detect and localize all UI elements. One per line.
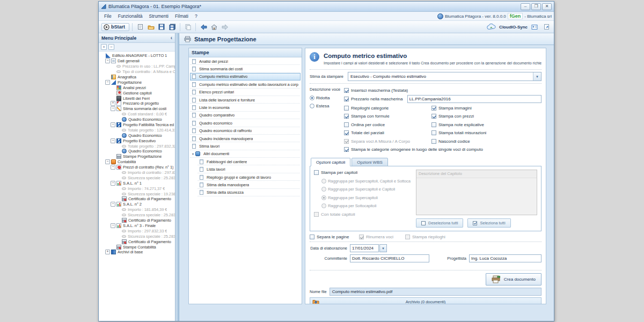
- collapse-toggle-icon[interactable]: −: [111, 223, 115, 228]
- menu-filmati[interactable]: Filmati: [172, 13, 192, 19]
- save-button[interactable]: [157, 22, 166, 32]
- menu-help[interactable]: ?: [192, 13, 201, 19]
- tree-item[interactable]: −Progettazione: [99, 79, 175, 85]
- archivio-bar[interactable]: Archivio (0 documenti): [310, 297, 541, 304]
- radio-raggruppa-per-sottocapitoli[interactable]: Raggruppa per Sottocapitoli: [321, 203, 411, 208]
- refresh-button[interactable]: [183, 22, 193, 32]
- checkbox-stampa-riepiloghi[interactable]: Stampa riepiloghi: [405, 235, 445, 239]
- radio-raggruppa-per-supercapitoli[interactable]: Raggruppa per Supercapitoli: [321, 195, 411, 200]
- tree-item[interactable]: Certificato di Pagamento: [99, 218, 175, 223]
- minimize-button[interactable]: –: [521, 3, 530, 10]
- collapse-toggle-icon[interactable]: −: [111, 181, 115, 186]
- tree-item[interactable]: Sicurezza speciale : 25.283,41 €: [99, 175, 175, 180]
- prezzario-mascherina-input[interactable]: [407, 95, 542, 103]
- checkbox-stampa-con-formule[interactable]: Stampa con formule: [344, 114, 390, 119]
- menu-funzionalit[interactable]: Funzionalità: [115, 13, 146, 19]
- seleziona-tutti-button[interactable]: Seleziona tutti: [467, 218, 510, 228]
- crea-documento-link[interactable]: Crea documento: [421, 61, 449, 65]
- nome-file-field[interactable]: Computo metrico estimativo.pdf: [330, 288, 541, 296]
- stampe-item-computo-metrico-estimativo-delle[interactable]: Computo metrico estimativo delle sotto-l…: [190, 80, 301, 88]
- tree-item[interactable]: Sicurezza speciale : 25.283,41 €: [99, 233, 175, 239]
- stampe-item-quadro-comparativo[interactable]: Quadro comparativo: [190, 112, 301, 119]
- tree-item[interactable]: −Progetto Esecutivo: [99, 138, 175, 143]
- collapse-toggle-icon[interactable]: −: [111, 138, 115, 143]
- stampe-item-quadro-economico-di-raffronto[interactable]: Quadro economico di raffronto: [190, 127, 301, 135]
- stima-select[interactable]: Esecutivo - Computo metrico estimativo ▼: [348, 72, 541, 81]
- tree-item[interactable]: Quadro Economico: [99, 133, 175, 138]
- collapse-toggle-icon[interactable]: −: [105, 58, 110, 63]
- tree-item[interactable]: Anagrafica: [99, 75, 175, 80]
- collapse-sidebar-button[interactable]: ‹: [171, 35, 172, 41]
- bstart-button[interactable]: bStart: [101, 23, 129, 31]
- checkbox-riepiloghi-categorie[interactable]: Riepiloghi categorie: [344, 106, 389, 111]
- deseleziona-tutti-button[interactable]: Deseleziona tutti: [416, 218, 463, 228]
- checkbox-separa-le-pagine[interactable]: Separa le pagine: [310, 235, 359, 239]
- tree-item[interactable]: Prezzario in uso : LL.PP. Campania 202: [99, 64, 175, 69]
- tree-item[interactable]: Importo : 181.854,39 €: [99, 207, 175, 213]
- close-button[interactable]: ✕: [542, 3, 552, 10]
- checkbox-stampa-immagini[interactable]: Stampa immagini: [431, 106, 472, 111]
- tree-item[interactable]: +Prezzario di progetto: [99, 101, 175, 106]
- forward-button[interactable]: [220, 22, 230, 32]
- checkbox-ordina-per-codice[interactable]: Ordina per codice: [344, 122, 385, 127]
- tab-opzioni-capitoli[interactable]: Opzioni capitoli: [311, 158, 350, 166]
- tree-item[interactable]: Totale progetto : 120.414,31 €: [99, 127, 175, 133]
- data-elaborazione-field[interactable]: 17/01/2024: [350, 244, 379, 252]
- checkbox-totale-dei-parziali[interactable]: Totale dei parziali: [344, 130, 384, 135]
- tree-item[interactable]: Stampe Progettazione: [99, 154, 175, 159]
- stampe-item-computo-metrico-estimativo[interactable]: Computo metrico estimativo: [190, 73, 301, 80]
- tree-item[interactable]: Importo : 297.832,33 €: [99, 228, 175, 233]
- chevron-down-icon[interactable]: ▼: [533, 72, 541, 80]
- tree-item[interactable]: −Prezzi di contratto (Rev. n° 1): [99, 165, 175, 170]
- tree-item[interactable]: Edificio ANAGRAFE - LOTTO 1: [99, 53, 175, 58]
- new-document-button[interactable]: [135, 22, 145, 32]
- cloud-sync-label[interactable]: CloudIO-Sync: [499, 25, 528, 30]
- tree-item[interactable]: Certificato di Pagamento: [99, 239, 175, 244]
- tree-item[interactable]: −Progetto Fattibilità Tecnica ed economi…: [99, 122, 175, 128]
- tree-item[interactable]: −Contabilità: [99, 159, 175, 165]
- tree-item[interactable]: −Stima sommaria dei costi: [99, 106, 175, 112]
- stampe-item-lista-delle-lavorazioni-e-fornit[interactable]: Lista delle lavorazioni e forniture: [190, 96, 301, 104]
- stampe-item-fabbisogni-del-cantiere[interactable]: Fabbisogni del cantiere: [197, 158, 301, 165]
- tree-item[interactable]: Sicurezza speciale : 19.238,41 €: [99, 191, 175, 196]
- stampe-item-riepilogo-gruppi-e-categorie-di-[interactable]: Riepilogo gruppi e categorie di lavoro: [197, 173, 301, 181]
- collapse-toggle-icon[interactable]: −: [111, 202, 115, 207]
- menu-file[interactable]: File: [101, 13, 115, 19]
- collapse-toggle-icon[interactable]: −: [111, 106, 115, 111]
- radio-estesa[interactable]: Estesa: [310, 104, 344, 108]
- radio-raggruppa-per-supercapitoli-capi[interactable]: Raggruppa per Supercapitoli, Capitoli e …: [321, 179, 411, 184]
- expand-toggle-icon[interactable]: +: [105, 250, 110, 254]
- tree-item[interactable]: −S.A.L. n° 3 - Finale: [99, 223, 175, 229]
- stampe-item-stima-della-manodopera[interactable]: Stima della manodopera: [197, 181, 301, 188]
- maximize-button[interactable]: ❐: [531, 3, 541, 10]
- stampe-item-stima-lavori[interactable]: Stima lavori: [190, 142, 301, 150]
- expand-all-button[interactable]: +: [101, 44, 107, 50]
- tree-item[interactable]: Quadro Economico: [99, 117, 175, 122]
- checkbox-stampa-con-prezzi[interactable]: Stampa con prezzi: [431, 114, 474, 119]
- tree-item[interactable]: −S.A.L. n° 2: [99, 202, 175, 207]
- checkbox-stampa-totali-misurazioni[interactable]: Stampa totali misurazioni: [431, 130, 486, 135]
- menu-strumenti[interactable]: Strumenti: [146, 13, 172, 19]
- checkbox-separa-voci-a-misura-a-corpo[interactable]: Separa voci A Misura / A Corpo: [344, 139, 410, 144]
- tree-item[interactable]: Analisi prezzi: [99, 85, 175, 90]
- open-button[interactable]: [146, 22, 156, 32]
- tree-item[interactable]: Importo di contratto : 297.832,33 €: [99, 170, 175, 175]
- save-all-button[interactable]: [167, 22, 177, 32]
- titlebar[interactable]: Blumatica Pitagora - 01. Esempio Pitagor…: [99, 2, 554, 12]
- checkbox-stampa-note-esplicative[interactable]: Stampa note esplicative: [431, 122, 484, 127]
- tree-item[interactable]: Gestione capitoli: [99, 90, 175, 96]
- checkbox-stampa-le-categorie-omogenee-in-[interactable]: Stampa le categorie omogenee in luogo de…: [344, 147, 483, 152]
- tree-item[interactable]: +Archivi di base: [99, 250, 175, 255]
- stampe-item-quadro-incidenza-manodopera[interactable]: Quadro incidenza manodopera: [190, 135, 301, 142]
- stampe-item-lista-lavori[interactable]: Lista lavori: [197, 165, 301, 173]
- checkbox-stampa-per-capitoli[interactable]: Stampa per capitoli: [314, 170, 357, 175]
- checkbox-prezzario-nella-mascherina[interactable]: Prezzario nella mascherina: [344, 97, 403, 101]
- stampe-item-stima-della-sicurezza[interactable]: Stima della sicurezza: [197, 189, 301, 196]
- progettista-input[interactable]: [469, 254, 541, 262]
- collapse-all-button[interactable]: −: [108, 44, 114, 50]
- collapse-toggle-icon[interactable]: −: [111, 165, 115, 170]
- stampe-item-analisi-dei-prezzi[interactable]: Analisi dei prezzi: [190, 57, 301, 65]
- stampe-item-elenco-prezzi-unitari[interactable]: Elenco prezzi unitari: [190, 89, 301, 96]
- tree-item[interactable]: Quadro Economico: [99, 149, 175, 154]
- checkbox-rinumera-voci[interactable]: Rinumera voci: [359, 235, 405, 239]
